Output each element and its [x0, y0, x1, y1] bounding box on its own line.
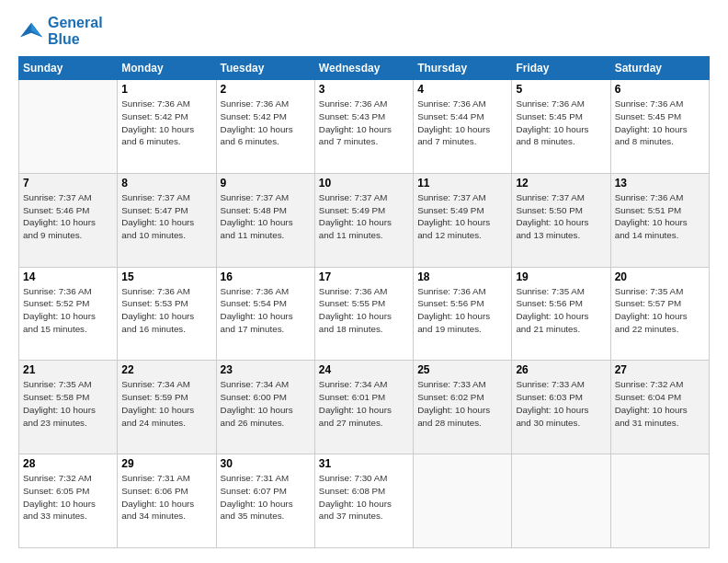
logo-icon: [18, 18, 44, 44]
day-cell: 3Sunrise: 7:36 AM Sunset: 5:43 PM Daylig…: [314, 80, 413, 174]
day-info: Sunrise: 7:36 AM Sunset: 5:56 PM Dayligh…: [417, 285, 507, 336]
week-row-5: 28Sunrise: 7:32 AM Sunset: 6:05 PM Dayli…: [19, 454, 710, 548]
day-info: Sunrise: 7:36 AM Sunset: 5:53 PM Dayligh…: [121, 285, 211, 336]
weekday-friday: Friday: [512, 57, 610, 80]
day-info: Sunrise: 7:35 AM Sunset: 5:56 PM Dayligh…: [516, 285, 606, 336]
logo-text: General Blue: [48, 15, 103, 47]
weekday-thursday: Thursday: [414, 57, 512, 80]
day-number: 2: [221, 83, 311, 96]
day-info: Sunrise: 7:36 AM Sunset: 5:45 PM Dayligh…: [615, 98, 705, 148]
day-number: 7: [23, 177, 113, 190]
day-cell: 7Sunrise: 7:37 AM Sunset: 5:46 PM Daylig…: [19, 173, 118, 267]
day-number: 15: [121, 270, 211, 283]
day-info: Sunrise: 7:37 AM Sunset: 5:47 PM Dayligh…: [121, 191, 211, 242]
day-info: Sunrise: 7:35 AM Sunset: 5:58 PM Dayligh…: [23, 378, 113, 429]
day-cell: 21Sunrise: 7:35 AM Sunset: 5:58 PM Dayli…: [19, 361, 118, 454]
day-number: 25: [417, 363, 507, 376]
calendar-table: SundayMondayTuesdayWednesdayThursdayFrid…: [18, 56, 710, 548]
day-number: 19: [516, 270, 606, 283]
weekday-monday: Monday: [118, 57, 216, 80]
weekday-header-row: SundayMondayTuesdayWednesdayThursdayFrid…: [19, 57, 710, 80]
day-cell: [512, 454, 610, 548]
day-cell: 6Sunrise: 7:36 AM Sunset: 5:45 PM Daylig…: [610, 80, 709, 174]
day-cell: 10Sunrise: 7:37 AM Sunset: 5:49 PM Dayli…: [314, 173, 413, 267]
day-info: Sunrise: 7:36 AM Sunset: 5:55 PM Dayligh…: [319, 285, 409, 336]
day-number: 8: [121, 177, 211, 190]
day-number: 16: [221, 270, 311, 283]
day-info: Sunrise: 7:37 AM Sunset: 5:48 PM Dayligh…: [221, 191, 311, 242]
day-info: Sunrise: 7:37 AM Sunset: 5:50 PM Dayligh…: [516, 191, 606, 242]
day-number: 9: [221, 177, 311, 190]
day-info: Sunrise: 7:36 AM Sunset: 5:44 PM Dayligh…: [417, 98, 507, 148]
day-cell: 27Sunrise: 7:32 AM Sunset: 6:04 PM Dayli…: [610, 361, 709, 454]
day-cell: 28Sunrise: 7:32 AM Sunset: 6:05 PM Dayli…: [19, 454, 118, 548]
day-number: 20: [615, 270, 705, 283]
day-cell: 1Sunrise: 7:36 AM Sunset: 5:42 PM Daylig…: [118, 80, 216, 174]
day-info: Sunrise: 7:36 AM Sunset: 5:51 PM Dayligh…: [615, 191, 705, 242]
day-info: Sunrise: 7:33 AM Sunset: 6:03 PM Dayligh…: [516, 378, 606, 429]
day-info: Sunrise: 7:31 AM Sunset: 6:07 PM Dayligh…: [221, 472, 311, 523]
day-number: 31: [319, 457, 409, 470]
day-info: Sunrise: 7:30 AM Sunset: 6:08 PM Dayligh…: [319, 472, 409, 523]
day-number: 13: [615, 177, 705, 190]
day-cell: [610, 454, 709, 548]
day-number: 29: [121, 457, 211, 470]
week-row-2: 7Sunrise: 7:37 AM Sunset: 5:46 PM Daylig…: [19, 173, 710, 267]
header: General Blue: [18, 15, 710, 47]
day-number: 24: [319, 363, 409, 376]
day-number: 22: [121, 363, 211, 376]
day-cell: [414, 454, 512, 548]
day-cell: 4Sunrise: 7:36 AM Sunset: 5:44 PM Daylig…: [414, 80, 512, 174]
day-cell: 14Sunrise: 7:36 AM Sunset: 5:52 PM Dayli…: [19, 267, 118, 361]
day-cell: 29Sunrise: 7:31 AM Sunset: 6:06 PM Dayli…: [118, 454, 216, 548]
day-cell: 17Sunrise: 7:36 AM Sunset: 5:55 PM Dayli…: [314, 267, 413, 361]
week-row-1: 1Sunrise: 7:36 AM Sunset: 5:42 PM Daylig…: [19, 80, 710, 174]
day-info: Sunrise: 7:36 AM Sunset: 5:42 PM Dayligh…: [221, 98, 311, 148]
day-number: 10: [319, 177, 409, 190]
day-number: 4: [417, 83, 507, 96]
day-number: 26: [516, 363, 606, 376]
weekday-wednesday: Wednesday: [314, 57, 413, 80]
day-cell: 5Sunrise: 7:36 AM Sunset: 5:45 PM Daylig…: [512, 80, 610, 174]
day-cell: 12Sunrise: 7:37 AM Sunset: 5:50 PM Dayli…: [512, 173, 610, 267]
day-number: 11: [417, 177, 507, 190]
day-cell: 24Sunrise: 7:34 AM Sunset: 6:01 PM Dayli…: [314, 361, 413, 454]
day-number: 1: [121, 83, 211, 96]
day-cell: 18Sunrise: 7:36 AM Sunset: 5:56 PM Dayli…: [414, 267, 512, 361]
day-info: Sunrise: 7:36 AM Sunset: 5:45 PM Dayligh…: [516, 98, 606, 148]
day-number: 12: [516, 177, 606, 190]
day-cell: [19, 80, 118, 174]
day-number: 5: [516, 83, 606, 96]
day-cell: 19Sunrise: 7:35 AM Sunset: 5:56 PM Dayli…: [512, 267, 610, 361]
week-row-3: 14Sunrise: 7:36 AM Sunset: 5:52 PM Dayli…: [19, 267, 710, 361]
day-info: Sunrise: 7:31 AM Sunset: 6:06 PM Dayligh…: [121, 472, 211, 523]
day-info: Sunrise: 7:34 AM Sunset: 6:00 PM Dayligh…: [221, 378, 311, 429]
weekday-tuesday: Tuesday: [216, 57, 314, 80]
day-cell: 15Sunrise: 7:36 AM Sunset: 5:53 PM Dayli…: [118, 267, 216, 361]
week-row-4: 21Sunrise: 7:35 AM Sunset: 5:58 PM Dayli…: [19, 361, 710, 454]
day-cell: 31Sunrise: 7:30 AM Sunset: 6:08 PM Dayli…: [314, 454, 413, 548]
day-cell: 30Sunrise: 7:31 AM Sunset: 6:07 PM Dayli…: [216, 454, 314, 548]
day-number: 6: [615, 83, 705, 96]
day-info: Sunrise: 7:32 AM Sunset: 6:04 PM Dayligh…: [615, 378, 705, 429]
day-number: 14: [23, 270, 113, 283]
page: General Blue SundayMondayTuesdayWednesda…: [0, 0, 728, 563]
day-info: Sunrise: 7:36 AM Sunset: 5:54 PM Dayligh…: [221, 285, 311, 336]
day-info: Sunrise: 7:36 AM Sunset: 5:42 PM Dayligh…: [121, 98, 211, 148]
day-info: Sunrise: 7:36 AM Sunset: 5:43 PM Dayligh…: [319, 98, 409, 148]
day-number: 18: [417, 270, 507, 283]
day-cell: 25Sunrise: 7:33 AM Sunset: 6:02 PM Dayli…: [414, 361, 512, 454]
day-info: Sunrise: 7:34 AM Sunset: 6:01 PM Dayligh…: [319, 378, 409, 429]
day-cell: 8Sunrise: 7:37 AM Sunset: 5:47 PM Daylig…: [118, 173, 216, 267]
day-cell: 2Sunrise: 7:36 AM Sunset: 5:42 PM Daylig…: [216, 80, 314, 174]
day-cell: 9Sunrise: 7:37 AM Sunset: 5:48 PM Daylig…: [216, 173, 314, 267]
day-number: 23: [221, 363, 311, 376]
day-info: Sunrise: 7:37 AM Sunset: 5:49 PM Dayligh…: [417, 191, 507, 242]
day-info: Sunrise: 7:37 AM Sunset: 5:46 PM Dayligh…: [23, 191, 113, 242]
day-cell: 16Sunrise: 7:36 AM Sunset: 5:54 PM Dayli…: [216, 267, 314, 361]
day-cell: 26Sunrise: 7:33 AM Sunset: 6:03 PM Dayli…: [512, 361, 610, 454]
weekday-saturday: Saturday: [610, 57, 709, 80]
day-cell: 13Sunrise: 7:36 AM Sunset: 5:51 PM Dayli…: [610, 173, 709, 267]
day-number: 27: [615, 363, 705, 376]
day-number: 21: [23, 363, 113, 376]
